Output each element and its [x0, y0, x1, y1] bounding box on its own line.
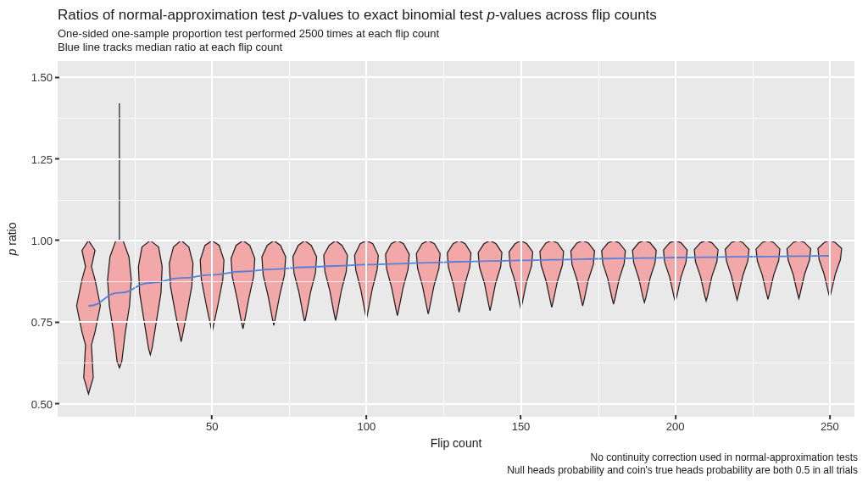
x-tick-label: 250	[821, 420, 839, 433]
gridline-v	[829, 61, 831, 417]
violin	[138, 241, 162, 355]
gridline-h	[58, 158, 854, 160]
plot-panel	[58, 61, 854, 417]
gridline-v	[520, 61, 522, 417]
gridline-v-minor	[443, 61, 444, 417]
x-tick-label: 100	[357, 420, 376, 433]
violin	[108, 241, 131, 368]
gridline-v	[365, 61, 367, 417]
title-part: Ratios of normal-approximation test	[58, 7, 289, 23]
title-ital-p1: p	[289, 7, 297, 23]
violin	[262, 241, 286, 325]
gridline-h	[58, 321, 854, 323]
y-tick-label: 1.00	[12, 234, 53, 247]
y-tick-label: 1.25	[12, 152, 53, 165]
title-part: -values across flip counts	[495, 7, 657, 23]
x-tick-label: 150	[512, 420, 531, 433]
gridline-h-minor	[58, 363, 854, 363]
violin	[386, 241, 409, 316]
gridline-h	[58, 403, 854, 405]
gridline-v-minor	[598, 61, 599, 417]
ylabel-p: p	[5, 249, 19, 256]
chart-title: Ratios of normal-approximation test p-va…	[58, 7, 657, 24]
chart-container: Ratios of normal-approximation test p-va…	[0, 0, 868, 482]
gridline-h-minor	[58, 200, 854, 201]
violin	[570, 241, 594, 306]
gridline-h-minor	[58, 118, 854, 119]
violin	[602, 241, 626, 304]
violin	[540, 241, 564, 307]
title-part: -values to exact binomial test	[298, 7, 487, 23]
violin	[726, 241, 749, 300]
gridline-v	[675, 61, 676, 417]
violin	[632, 241, 656, 302]
title-ital-p2: p	[487, 7, 494, 23]
gridline-v-minor	[289, 61, 290, 417]
gridline-h-minor	[58, 281, 854, 282]
gridline-h	[58, 240, 854, 241]
violin	[787, 241, 810, 299]
gridline-v	[211, 61, 213, 417]
violin	[478, 241, 502, 311]
gridline-h	[58, 76, 854, 78]
violin	[694, 241, 718, 301]
violin	[448, 241, 471, 313]
x-tick-label: 50	[206, 420, 218, 433]
violin	[231, 241, 255, 329]
y-tick-label: 1.50	[12, 71, 53, 84]
y-tick-label: 0.75	[12, 316, 53, 329]
violin	[756, 241, 780, 299]
x-tick-label: 200	[666, 420, 685, 433]
chart-subtitle: One-sided one-sample proportion test per…	[58, 27, 439, 55]
gridline-v-minor	[753, 61, 754, 417]
x-axis-label: Flip count	[58, 436, 854, 450]
violin	[76, 241, 100, 394]
y-tick-label: 0.50	[12, 397, 53, 410]
chart-caption: No continuity correction used in normal-…	[507, 452, 858, 477]
violin	[170, 241, 193, 342]
violin	[416, 241, 440, 314]
gridline-v-minor	[135, 61, 136, 417]
